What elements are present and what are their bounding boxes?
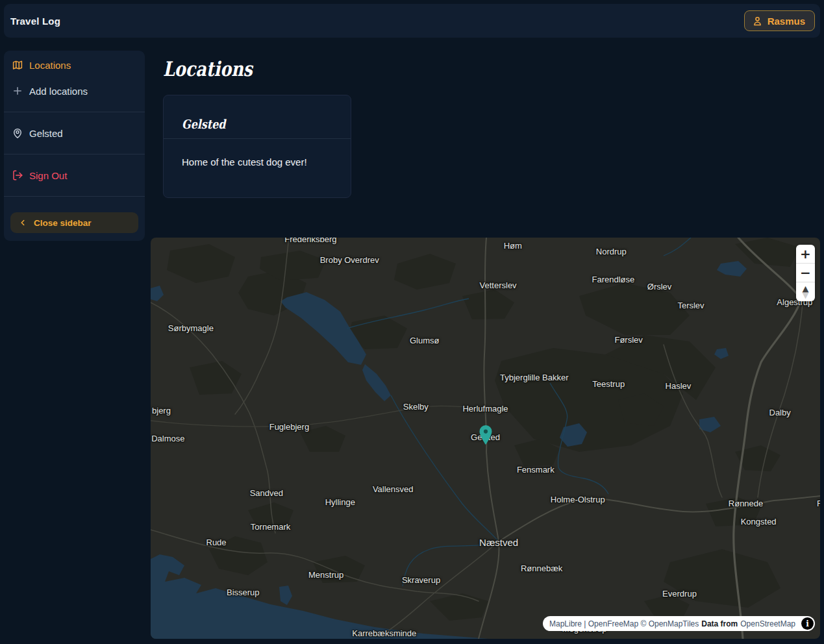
divider	[164, 138, 351, 139]
map-label: Rude	[206, 538, 226, 547]
map-pin-icon	[12, 127, 23, 139]
info-icon[interactable]: i	[801, 617, 814, 630]
map-label: Dalmose	[151, 434, 184, 443]
divider	[4, 112, 145, 112]
user-name: Rasmus	[768, 16, 805, 27]
map-label: Skelby	[403, 402, 429, 412]
attribution-links[interactable]: MapLibre | OpenFreeMap © OpenMapTiles	[549, 619, 699, 628]
map-label: Haslev	[666, 381, 692, 391]
zoom-in-button[interactable]: +	[796, 245, 815, 264]
map-icon	[12, 59, 23, 71]
map-label: Bisserup	[227, 588, 260, 597]
map-label: Terslev	[677, 300, 704, 310]
map-label: Glumsø	[410, 336, 440, 345]
map-label: Everdrup	[662, 589, 697, 599]
map-zoom-control: + − ▲▼	[796, 245, 815, 301]
sidebar-item-gelsted[interactable]: Gelsted	[10, 120, 138, 146]
map[interactable]: FrederiksbergHømNordrupBroby OverdrevVet…	[151, 238, 820, 639]
map-label: Førslev	[614, 334, 642, 344]
map-label: Ørslev	[647, 281, 672, 291]
map-label: Rønnede	[729, 499, 763, 508]
logout-icon	[12, 169, 23, 181]
close-sidebar-label: Close sidebar	[34, 218, 92, 228]
attribution-source[interactable]: OpenStreetMap	[740, 619, 795, 628]
map-label: Rønnebæk	[521, 564, 562, 573]
chevron-left-icon	[18, 218, 27, 227]
location-card[interactable]: Gelsted Home of the cutest dog ever!	[163, 95, 351, 198]
close-sidebar-button[interactable]: Close sidebar	[10, 212, 138, 233]
map-label: Frederiksberg	[284, 238, 336, 243]
map-label: Vallensved	[373, 484, 414, 493]
plus-icon	[12, 85, 23, 97]
sidebar-item-label: Gelsted	[29, 128, 63, 139]
map-label: Herlufmagle	[462, 404, 508, 414]
attribution-data-from: Data from	[701, 619, 738, 628]
compass-icon: ▲▼	[803, 286, 809, 299]
map-label: Hyllinge	[325, 497, 355, 507]
map-label: Kongsted	[741, 516, 777, 526]
map-label: Tornemark	[251, 521, 290, 531]
map-pin-marker[interactable]	[477, 425, 493, 445]
sidebar-item-label: Sign Out	[29, 170, 67, 181]
map-label: Farendløse	[592, 275, 635, 284]
divider	[4, 196, 145, 197]
map-label: F	[817, 499, 820, 508]
sidebar-item-sign-out[interactable]: Sign Out	[10, 162, 138, 188]
map-label: Sandved	[250, 488, 283, 498]
sidebar: Locations Add locations Gelsted Sign Out…	[4, 51, 145, 241]
sidebar-item-label: Add locations	[29, 86, 88, 97]
map-attribution: MapLibre | OpenFreeMap © OpenMapTiles Da…	[543, 616, 815, 631]
user-icon	[752, 16, 763, 27]
compass-button[interactable]: ▲▼	[796, 282, 815, 301]
map-label: Karrebæksminde	[352, 628, 416, 638]
page: Travel Log Rasmus Locations Add location…	[0, 0, 824, 644]
page-title: Locations	[163, 57, 253, 80]
map-label: Sørbymagle	[168, 323, 214, 333]
sidebar-item-add-locations[interactable]: Add locations	[10, 78, 138, 104]
map-label: Broby Overdrev	[320, 254, 379, 264]
map-label: Vetterslev	[480, 280, 517, 290]
map-label: Tybjerglille Bakker	[500, 373, 569, 382]
user-button[interactable]: Rasmus	[744, 10, 815, 31]
map-label: Holme-Olstrup	[551, 494, 605, 504]
app-title: Travel Log	[10, 16, 60, 27]
map-label: Dalby	[769, 407, 791, 417]
map-label: Menstrup	[308, 570, 343, 580]
sidebar-item-label: Locations	[29, 60, 71, 71]
zoom-out-button[interactable]: −	[796, 264, 815, 282]
location-card-title: Gelsted	[182, 117, 226, 131]
map-label: bjerg	[152, 405, 171, 415]
map-label: Næstved	[479, 537, 518, 548]
map-label: Teestrup	[592, 378, 625, 388]
map-label: Nordrup	[596, 247, 627, 256]
sidebar-item-locations[interactable]: Locations	[10, 52, 138, 78]
map-label: Fuglebjerg	[269, 422, 309, 432]
map-label: Skraverup	[402, 575, 440, 585]
divider	[4, 154, 145, 155]
map-label: Fensmark	[517, 465, 555, 475]
location-card-description: Home of the cutest dog ever!	[182, 156, 307, 167]
map-label: Høm	[504, 240, 522, 250]
header: Travel Log Rasmus	[4, 4, 820, 38]
